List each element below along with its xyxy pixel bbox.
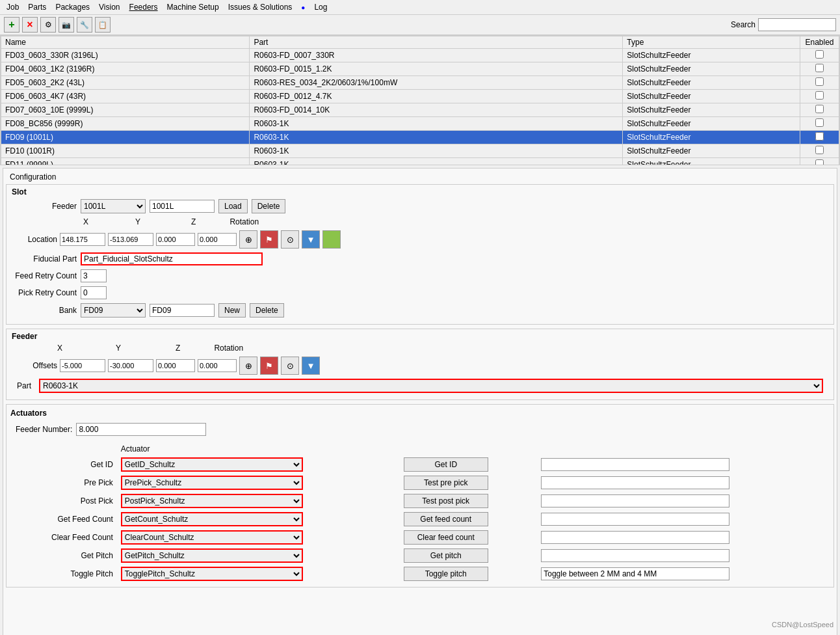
flag-btn2[interactable]: ⚑: [260, 357, 278, 375]
flag-btn1[interactable]: ⚑: [260, 230, 278, 249]
table-row[interactable]: FD08_BC856 (9999R) R0603-1K SlotSchultzF…: [1, 117, 839, 131]
fiducial-input[interactable]: [81, 252, 263, 265]
enabled-checkbox[interactable]: [815, 64, 824, 72]
off-y-input[interactable]: [108, 359, 153, 372]
filter-btn1[interactable]: ▼: [302, 230, 320, 249]
menu-machine-setup[interactable]: Machine Setup: [163, 1, 223, 13]
actuators-title: Actuators: [10, 409, 830, 418]
table-row[interactable]: FD09 (1001L) R0603-1K SlotSchultzFeeder: [1, 131, 839, 144]
actuator-select-cell: GetID_Schultz: [117, 455, 400, 474]
feeder-select[interactable]: 1001L: [81, 199, 146, 213]
col-part: Part: [250, 36, 623, 49]
tool-btn4[interactable]: 📋: [95, 17, 111, 33]
tool-btn3[interactable]: 🔧: [77, 17, 92, 33]
part-label: Part: [17, 381, 36, 390]
menu-packages[interactable]: Packages: [51, 1, 94, 13]
actuator-action-button[interactable]: Get feed count: [404, 512, 488, 526]
actuator-select[interactable]: GetCount_Schultz: [121, 512, 303, 526]
fr-header: Rotation: [214, 344, 243, 353]
enabled-checkbox[interactable]: [815, 118, 824, 127]
menu-parts[interactable]: Parts: [24, 1, 50, 13]
enabled-checkbox[interactable]: [815, 50, 824, 59]
col-enabled: Enabled: [800, 36, 839, 49]
search-input[interactable]: [758, 18, 836, 31]
table-row[interactable]: FD05_0603_2K2 (43L) R0603-RES_0034_2K2/0…: [1, 76, 839, 90]
pick-retry-input[interactable]: [81, 286, 107, 299]
enabled-checkbox[interactable]: [815, 91, 824, 100]
actuator-result-input[interactable]: [541, 476, 729, 489]
bank-select[interactable]: FD09: [81, 303, 146, 318]
actuator-button-cell: Toggle pitch: [400, 565, 537, 583]
color-btn1[interactable]: [322, 230, 341, 249]
new-button[interactable]: New: [218, 303, 246, 318]
crosshair-btn3[interactable]: ⊕: [239, 357, 257, 375]
crosshair-btn4[interactable]: ⊙: [281, 357, 299, 375]
off-z-input[interactable]: [156, 359, 195, 372]
feed-retry-input[interactable]: [81, 269, 107, 282]
off-r-input[interactable]: [198, 359, 237, 372]
load-button[interactable]: Load: [218, 199, 248, 213]
actuator-select[interactable]: TogglePitch_Schultz: [121, 567, 303, 581]
menu-feeders[interactable]: Feeders: [125, 1, 162, 13]
cell-part: R0603-FD_0015_1.2K: [250, 62, 623, 76]
table-row[interactable]: FD03_0603_330R (3196L) R0603-FD_0007_330…: [1, 49, 839, 62]
enabled-checkbox[interactable]: [815, 105, 824, 113]
actuator-result-input[interactable]: [541, 531, 729, 544]
actuator-result-input[interactable]: [541, 549, 729, 562]
crosshair-btn1[interactable]: ⊕: [239, 230, 257, 249]
off-x-input[interactable]: [60, 359, 105, 372]
menu-job[interactable]: Job: [3, 1, 23, 13]
actuator-select[interactable]: GetPitch_Schultz: [121, 548, 303, 563]
enabled-checkbox[interactable]: [815, 159, 824, 165]
actuator-result-input[interactable]: [541, 567, 729, 580]
fiducial-label: Fiducial Part: [12, 254, 77, 263]
actuator-select[interactable]: ClearCount_Schultz: [121, 530, 303, 545]
actuator-action-button[interactable]: Clear feed count: [404, 530, 488, 545]
actuator-result-input[interactable]: [541, 458, 729, 471]
actuator-select[interactable]: GetID_Schultz: [121, 457, 303, 472]
menu-issues[interactable]: Issues & Solutions: [224, 1, 296, 13]
loc-r-input[interactable]: [198, 233, 237, 246]
table-row[interactable]: FD06_0603_4K7 (43R) R0603-FD_0012_4.7K S…: [1, 90, 839, 103]
remove-button[interactable]: ×: [22, 17, 38, 33]
loc-x-input[interactable]: [60, 233, 105, 246]
enabled-checkbox[interactable]: [815, 132, 824, 141]
enabled-checkbox[interactable]: [815, 77, 824, 86]
tool-btn1[interactable]: ⚙: [40, 17, 56, 33]
actuator-action-button[interactable]: Test post pick: [404, 494, 488, 508]
table-row[interactable]: FD10 (1001R) R0603-1K SlotSchultzFeeder: [1, 144, 839, 158]
table-row[interactable]: FD04_0603_1K2 (3196R) R0603-FD_0015_1.2K…: [1, 62, 839, 76]
delete2-button[interactable]: Delete: [250, 303, 284, 318]
cell-name: FD08_BC856 (9999R): [1, 117, 250, 131]
actuator-select[interactable]: PostPick_Schultz: [121, 494, 303, 508]
actuator-action-button[interactable]: Get pitch: [404, 548, 488, 563]
watermark: CSDN@LostSpeed: [772, 621, 833, 628]
bank-display-input[interactable]: [150, 304, 215, 317]
actuator-action-button[interactable]: Toggle pitch: [404, 567, 488, 581]
actuator-select[interactable]: PrePick_Schultz: [121, 476, 303, 490]
feeder-number-input[interactable]: [76, 423, 206, 436]
enabled-checkbox[interactable]: [815, 146, 824, 154]
offsets-row: Offsets ⊕ ⚑ ⊙ ▼: [12, 357, 828, 375]
loc-y-input[interactable]: [108, 233, 153, 246]
actuator-action-button[interactable]: Get ID: [404, 457, 488, 472]
delete-button[interactable]: Delete: [252, 199, 286, 213]
filter-btn2[interactable]: ▼: [302, 357, 320, 375]
actuator-result-input[interactable]: [541, 494, 729, 507]
offsets-label: Offsets: [12, 361, 57, 370]
cell-name: FD10 (1001R): [1, 144, 250, 158]
feeder-display-input[interactable]: [150, 200, 215, 213]
table-row[interactable]: FD07_0603_10E (9999L) R0603-FD_0014_10K …: [1, 103, 839, 117]
actuator-result-input[interactable]: [541, 513, 729, 526]
menu-log[interactable]: Log: [310, 1, 331, 13]
actuator-action-button[interactable]: Test pre pick: [404, 476, 488, 490]
tool-btn2[interactable]: 📷: [59, 17, 74, 33]
loc-z-input[interactable]: [156, 233, 195, 246]
crosshair-btn2[interactable]: ⊙: [281, 230, 299, 249]
add-button[interactable]: +: [4, 17, 20, 33]
cell-part: R0603-FD_0012_4.7K: [250, 90, 623, 103]
cell-enabled: [800, 49, 839, 62]
menu-vision[interactable]: Vision: [95, 1, 124, 13]
table-row[interactable]: FD11 (9999L) R0603-1K SlotSchultzFeeder: [1, 158, 839, 166]
part-select[interactable]: R0603-1K: [39, 379, 823, 393]
